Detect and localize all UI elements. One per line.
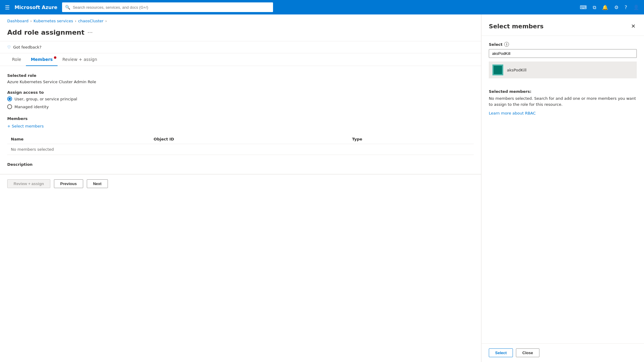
table-row-empty: No members selected <box>7 144 474 155</box>
more-options-icon[interactable]: ··· <box>87 29 93 36</box>
col-object-id: Object ID <box>150 134 348 144</box>
account-icon[interactable]: 👤 <box>633 5 639 10</box>
result-avatar <box>492 65 503 75</box>
help-icon[interactable]: ? <box>625 5 627 10</box>
members-heading: Members <box>7 116 474 121</box>
radio-managed-identity-indicator <box>7 104 12 109</box>
content-body: Selected role Azure Kubernetes Service C… <box>0 66 481 174</box>
panel-close-footer-button[interactable]: Close <box>516 348 539 357</box>
terminal-icon[interactable]: ⌨ <box>580 5 587 10</box>
panel-footer: Select Close <box>482 343 644 362</box>
tab-members[interactable]: Members <box>26 53 58 66</box>
selected-role-value: Azure Kubernetes Service Cluster Admin R… <box>7 80 474 84</box>
heart-icon: ♡ <box>7 45 11 49</box>
main-content: Dashboard › Kubernetes services › chaosC… <box>0 14 481 362</box>
topnav-icons: ⌨ ⧉ 🔔 ⚙ ? 👤 <box>580 5 639 10</box>
col-type: Type <box>348 134 474 144</box>
member-search-input[interactable] <box>489 49 637 58</box>
radio-managed-identity-label: Managed identity <box>14 105 49 109</box>
next-button[interactable]: Next <box>87 179 108 188</box>
previous-button[interactable]: Previous <box>54 179 83 188</box>
tab-review[interactable]: Review + assign <box>58 53 102 66</box>
empty-row-text: No members selected <box>7 144 474 155</box>
panel-header: Select members ✕ <box>482 14 644 36</box>
topnav: ☰ Microsoft Azure 🔍 ⌨ ⧉ 🔔 ⚙ ? 👤 <box>0 0 644 14</box>
settings-icon[interactable]: ⚙ <box>614 5 618 10</box>
description-label: Description <box>7 162 474 167</box>
radio-user-group-indicator <box>7 96 12 101</box>
portal-icon[interactable]: ⧉ <box>593 5 596 10</box>
select-label-text: Select <box>489 42 502 47</box>
panel-select-button[interactable]: Select <box>489 348 513 357</box>
select-members-panel: Select members ✕ Select i aksPodKill Sel… <box>481 14 644 362</box>
col-name: Name <box>7 134 150 144</box>
selected-role-label: Selected role <box>7 73 474 78</box>
tab-role[interactable]: Role <box>7 53 26 66</box>
review-assign-button: Review + assign <box>7 179 50 188</box>
assign-access-options: User, group, or service principal Manage… <box>7 96 474 109</box>
select-members-link[interactable]: + Select members <box>7 124 474 128</box>
selected-members-info: Selected members: No members selected. S… <box>489 84 637 120</box>
radio-managed-identity[interactable]: Managed identity <box>7 104 474 109</box>
tabs: Role Members Review + assign <box>0 53 481 66</box>
page-header: Add role assignment ··· <box>0 26 481 41</box>
feedback-label[interactable]: Got feedback? <box>13 45 42 49</box>
breadcrumb-kubernetes[interactable]: Kubernetes services <box>33 19 73 23</box>
selected-members-title: Selected members: <box>489 89 637 94</box>
search-result-item[interactable]: aksPodKill <box>489 61 637 78</box>
panel-body: Select i aksPodKill Selected members: No… <box>482 36 644 343</box>
breadcrumb-cluster[interactable]: chaosCluster <box>78 19 103 23</box>
select-label-row: Select i <box>489 42 637 47</box>
panel-title: Select members <box>489 23 544 30</box>
breadcrumb: Dashboard › Kubernetes services › chaosC… <box>0 14 481 26</box>
radio-user-group-label: User, group, or service principal <box>14 97 77 101</box>
panel-close-button[interactable]: ✕ <box>630 22 637 31</box>
bottom-bar: Review + assign Previous Next <box>0 174 481 193</box>
hamburger-icon[interactable]: ☰ <box>5 4 10 11</box>
select-info-icon[interactable]: i <box>504 42 509 47</box>
notification-icon[interactable]: 🔔 <box>602 5 608 10</box>
radio-user-group[interactable]: User, group, or service principal <box>7 96 474 101</box>
result-avatar-inner <box>494 66 502 74</box>
search-icon: 🔍 <box>65 5 70 10</box>
rbac-link[interactable]: Learn more about RBAC <box>489 111 637 115</box>
breadcrumb-dashboard[interactable]: Dashboard <box>7 19 29 23</box>
search-input[interactable] <box>73 5 270 10</box>
members-table: Name Object ID Type No members selected <box>7 134 474 155</box>
feedback-bar: ♡ Got feedback? <box>0 41 481 53</box>
tab-members-dot <box>54 56 56 59</box>
search-box[interactable]: 🔍 <box>62 2 273 12</box>
selected-members-desc: No members selected. Search for and add … <box>489 96 637 107</box>
result-item-name: aksPodKill <box>507 68 526 72</box>
assign-access-label: Assign access to <box>7 90 474 95</box>
app-title: Microsoft Azure <box>14 5 57 10</box>
page-title: Add role assignment <box>7 29 84 36</box>
